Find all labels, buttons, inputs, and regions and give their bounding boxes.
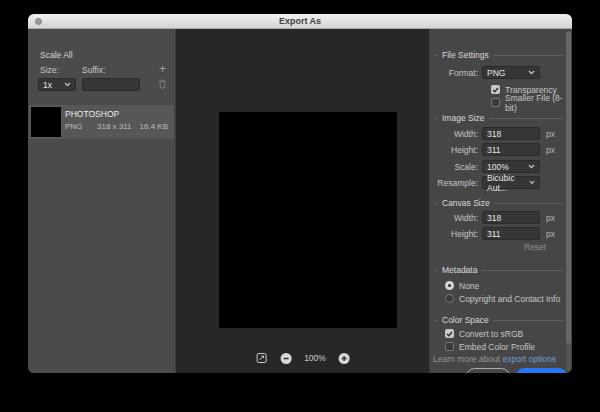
checkbox-checked-icon[interactable]: [445, 329, 454, 338]
smaller-file-label: Smaller File (8-bit): [505, 93, 572, 113]
checkbox-unchecked-icon[interactable]: [491, 98, 500, 107]
file-thumbnail: [31, 107, 61, 137]
file-name: PHOTOSHOP: [65, 109, 119, 119]
title-bar: Export As: [28, 14, 572, 29]
embed-profile-label: Embed Color Profile: [459, 342, 535, 352]
preview-canvas: 100%: [176, 29, 429, 373]
file-size: 16.4 KB: [140, 122, 168, 131]
scale-value: 100%: [487, 162, 509, 172]
chevron-down-icon: [64, 82, 71, 87]
checkbox-unchecked-icon[interactable]: [445, 342, 454, 351]
width-unit: px: [546, 127, 555, 141]
canvas-height-row: Height: px: [430, 227, 572, 241]
image-height-row: Height: px: [430, 143, 572, 157]
scale-label: Scale:: [430, 160, 478, 174]
format-label: Format:: [430, 66, 478, 80]
file-settings-header: File Settings: [434, 50, 563, 60]
color-space-header: Color Space: [434, 315, 563, 325]
radio-unselected-icon[interactable]: [445, 294, 454, 303]
height-unit: px: [546, 143, 555, 157]
cancel-button[interactable]: Cancel: [466, 368, 510, 373]
zoom-in-button[interactable]: [339, 353, 350, 364]
canvas-height-unit: px: [546, 227, 555, 241]
add-scale-button[interactable]: +: [159, 62, 166, 76]
window-close-button[interactable]: [35, 18, 42, 25]
preview-image: [219, 112, 397, 328]
image-width-row: Width: px: [430, 127, 572, 141]
convert-srgb-checkbox-row[interactable]: Convert to sRGB: [445, 328, 523, 339]
width-label: Width:: [430, 127, 478, 141]
smaller-file-checkbox-row[interactable]: Smaller File (8-bit): [491, 97, 572, 108]
format-value: PNG: [487, 68, 505, 78]
metadata-copyright-radio-row[interactable]: Copyright and Contact Info: [445, 293, 560, 304]
chevron-down-icon: [528, 164, 535, 169]
image-height-input[interactable]: [482, 143, 540, 156]
canvas-width-row: Width: px: [430, 211, 572, 225]
size-select[interactable]: 1x: [38, 78, 76, 91]
scale-sidebar: Scale All Size: Suffix: + 1x PHOTOSHOP P…: [28, 29, 176, 373]
reset-button[interactable]: Reset: [524, 242, 546, 252]
dialog-buttons: Cancel Export All...: [430, 368, 567, 373]
canvas-width-input[interactable]: [482, 211, 540, 224]
chevron-down-icon: [528, 70, 535, 75]
suffix-input[interactable]: [82, 78, 140, 91]
export-file-row[interactable]: PHOTOSHOP PNG 318 x 311 16.4 KB: [29, 105, 174, 139]
canvas-width-unit: px: [546, 211, 555, 225]
canvas-width-label: Width:: [430, 211, 478, 225]
window-title: Export As: [279, 16, 321, 26]
height-label: Height:: [430, 143, 478, 157]
format-row: Format: PNG: [430, 66, 572, 80]
resample-row: Resample: Bicubic Aut...: [430, 176, 572, 190]
scale-select[interactable]: 100%: [482, 160, 540, 173]
checkbox-checked-icon[interactable]: [491, 85, 500, 94]
zoom-level: 100%: [304, 353, 326, 363]
fit-screen-icon[interactable]: [255, 352, 267, 364]
file-dimensions: 318 x 311: [97, 122, 132, 131]
size-select-value: 1x: [43, 80, 52, 90]
trash-icon[interactable]: [158, 79, 167, 89]
export-all-button[interactable]: Export All...: [516, 368, 567, 373]
file-format: PNG: [65, 122, 82, 131]
radio-selected-icon[interactable]: [445, 281, 454, 290]
chevron-down-icon: [529, 180, 535, 185]
export-options-link[interactable]: export options: [502, 354, 555, 364]
resample-label: Resample:: [430, 176, 478, 190]
image-width-input[interactable]: [482, 127, 540, 140]
canvas-height-label: Height:: [430, 227, 478, 241]
learn-more-text: Learn more about export options: [433, 354, 556, 364]
scale-all-label: Scale All: [40, 50, 73, 60]
metadata-none-label: None: [459, 281, 479, 291]
zoom-out-button[interactable]: [280, 353, 291, 364]
settings-panel: File Settings Format: PNG Transparency: [429, 29, 572, 373]
convert-srgb-label: Convert to sRGB: [459, 329, 523, 339]
zoom-bar: 100%: [255, 352, 350, 364]
metadata-none-radio-row[interactable]: None: [445, 280, 479, 291]
format-select[interactable]: PNG: [482, 66, 540, 79]
size-label: Size:: [40, 65, 59, 75]
scrollbar-thumb[interactable]: [566, 31, 571, 344]
canvas-height-input[interactable]: [482, 227, 540, 240]
suffix-label: Suffix:: [82, 65, 105, 75]
scrollbar-track[interactable]: [566, 31, 571, 371]
reset-row: Reset: [430, 242, 572, 256]
embed-profile-checkbox-row[interactable]: Embed Color Profile: [445, 341, 535, 352]
resample-select[interactable]: Bicubic Aut...: [482, 176, 540, 189]
export-as-dialog: Export As Scale All Size: Suffix: + 1x: [28, 14, 572, 373]
image-size-header: Image Size: [434, 113, 563, 123]
canvas-size-header: Canvas Size: [434, 198, 563, 208]
metadata-header: Metadata: [434, 265, 563, 275]
metadata-copyright-label: Copyright and Contact Info: [459, 294, 560, 304]
resample-value: Bicubic Aut...: [487, 173, 529, 193]
